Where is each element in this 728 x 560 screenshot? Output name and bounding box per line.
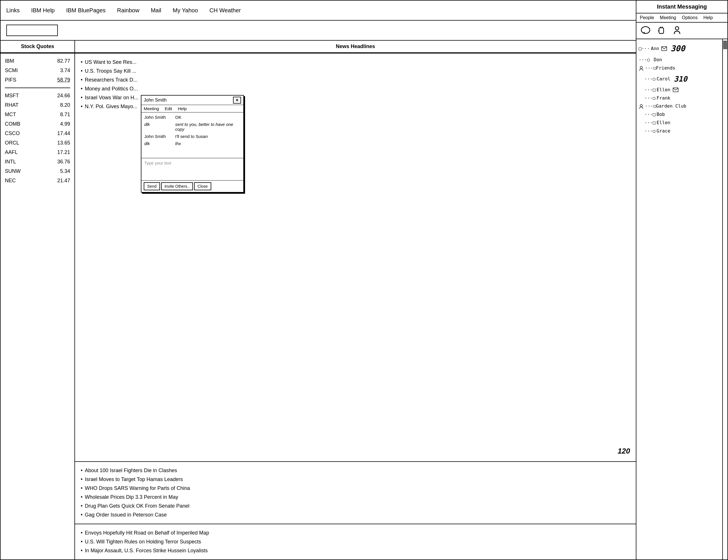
chat-invite-button[interactable]: Invite Others.. bbox=[161, 182, 193, 190]
bullet-icon: • bbox=[81, 68, 82, 74]
stock-price: 5.34 bbox=[60, 168, 70, 174]
nav-weather[interactable]: CH Weather bbox=[210, 7, 241, 14]
chat-sender: John Smith bbox=[144, 134, 173, 139]
stock-orcl: ORCL 13.65 bbox=[5, 138, 70, 148]
chat-menu-edit[interactable]: Edit bbox=[165, 106, 172, 111]
chat-close-button[interactable]: ✕ bbox=[233, 97, 241, 104]
bullet-icon: • bbox=[81, 530, 82, 536]
stock-intl: INTL 36.76 bbox=[5, 157, 70, 167]
nav-rainbow[interactable]: Rainbow bbox=[117, 7, 139, 14]
chat-send-button[interactable]: Send bbox=[144, 182, 160, 190]
chat-close-dialog-button[interactable]: Close bbox=[194, 182, 211, 190]
news-section-3: • Envoys Hopefully Hit Road on Behalf of… bbox=[75, 524, 636, 559]
tree-prefix bbox=[639, 64, 644, 72]
nav-links[interactable]: Links bbox=[6, 7, 20, 14]
contact-name: ···○Garden Club bbox=[645, 102, 686, 111]
stock-symbol: AAFL bbox=[5, 149, 18, 155]
section1-number-label: 120 bbox=[618, 447, 630, 455]
contact-ellen-1[interactable]: ···□ Ellen bbox=[639, 86, 725, 94]
stock-mct: MCT 8.71 bbox=[5, 110, 70, 119]
svg-point-10 bbox=[640, 105, 642, 107]
news-text: Gag Order Issued in Peterson Case bbox=[85, 512, 167, 518]
bullet-icon: • bbox=[81, 476, 82, 482]
speech-bubble-icon[interactable] bbox=[640, 25, 651, 36]
news-item-s2-3: • WHO Drops SARS Warning for Parts of Ch… bbox=[81, 484, 630, 493]
im-panel: Instant Messaging People Meeting Options… bbox=[636, 0, 728, 560]
nav-ibm-help[interactable]: IBM Help bbox=[31, 7, 55, 14]
contact-group-friends[interactable]: ···○Friends bbox=[639, 64, 725, 72]
news-text: Drug Plan Gets Quick OK From Senate Pane… bbox=[85, 503, 189, 509]
news-item-s2-4: • Wholesale Prices Dip 3.3 Percent in Ma… bbox=[81, 493, 630, 502]
stock-price: 58.79 bbox=[57, 77, 70, 83]
chat-message-3: John Smith I'll send to Susan bbox=[144, 134, 240, 139]
stock-symbol: MCT bbox=[5, 112, 16, 118]
stock-price: 8.71 bbox=[60, 112, 70, 118]
chat-sender: John Smith bbox=[144, 115, 173, 120]
im-menu-meeting[interactable]: Meeting bbox=[660, 15, 676, 20]
news-item-1: • US Want to See Res... bbox=[81, 58, 630, 67]
contact-name: Ellen bbox=[657, 86, 670, 94]
news-text: Money and Politics O... bbox=[85, 86, 138, 92]
news-item-s2-1: • About 100 Israel Fighters Die in Clash… bbox=[81, 466, 630, 475]
chat-text-input[interactable] bbox=[144, 167, 240, 178]
news-item-s2-2: • Israel Moves to Target Top Hamas Leade… bbox=[81, 475, 630, 484]
stock-list: IBM 82.77 SCMI 3.74 PIFS 58.79 bbox=[1, 54, 74, 559]
contact-frank[interactable]: ···○ Frank bbox=[639, 94, 725, 103]
im-scrollbar[interactable] bbox=[722, 39, 727, 559]
stock-price: 17.44 bbox=[57, 131, 70, 137]
stock-aafl: AAFL 17.21 bbox=[5, 148, 70, 157]
chat-text: thx bbox=[175, 141, 240, 146]
chat-messages: John Smith OK dlk sent to you, better to… bbox=[141, 113, 243, 158]
contact-name: Carol bbox=[657, 75, 670, 83]
contact-grace[interactable]: ···○ Grace bbox=[639, 127, 725, 135]
chat-message-1: John Smith OK bbox=[144, 115, 240, 120]
contact-name: Ellen bbox=[657, 119, 670, 127]
news-text: Israel Vows War on H... bbox=[85, 95, 138, 101]
chat-sender: dlk bbox=[144, 141, 173, 146]
nav-mail[interactable]: Mail bbox=[151, 7, 161, 14]
im-menu-options[interactable]: Options bbox=[682, 15, 698, 20]
im-menu-people[interactable]: People bbox=[640, 15, 654, 20]
bullet-icon: • bbox=[81, 512, 82, 518]
person-icon[interactable] bbox=[671, 25, 683, 36]
contact-bob[interactable]: ···□ Bob bbox=[639, 111, 725, 119]
news-item-s3-3: • In Major Assault, U.S. Forces Strike H… bbox=[81, 546, 630, 555]
stock-symbol: IBM bbox=[5, 58, 14, 64]
nav-ibm-bluepages[interactable]: IBM BluePages bbox=[66, 7, 106, 14]
hand-icon[interactable] bbox=[656, 25, 667, 36]
news-item-2: • U.S. Troops Say Kill ... bbox=[81, 67, 630, 76]
news-text: Wholesale Prices Dip 3.3 Percent in May bbox=[85, 494, 178, 500]
im-menu: People Meeting Options Help bbox=[636, 13, 727, 23]
news-headlines-header: News Headlines bbox=[75, 41, 636, 53]
contact-ellen-2[interactable]: ···□ Ellen bbox=[639, 119, 725, 127]
bullet-icon: • bbox=[81, 539, 82, 545]
stock-price: 8.20 bbox=[60, 102, 70, 108]
contact-ann[interactable]: □··· Ann 300 bbox=[639, 42, 725, 56]
chat-menu-help[interactable]: Help bbox=[178, 106, 187, 111]
nav-yahoo[interactable]: My Yahoo bbox=[173, 7, 198, 14]
stock-symbol: MSFT bbox=[5, 93, 19, 99]
email-icon bbox=[661, 46, 667, 51]
bullet-icon: • bbox=[81, 548, 82, 554]
contact-group-garden[interactable]: ···○Garden Club bbox=[639, 102, 725, 111]
stock-symbol: NEC bbox=[5, 178, 16, 184]
contact-count-badge: 300 bbox=[670, 42, 685, 56]
stock-price: 24.66 bbox=[57, 93, 70, 99]
im-menu-help[interactable]: Help bbox=[703, 15, 713, 20]
contact-don[interactable]: ···○ Don bbox=[639, 56, 725, 64]
chat-sender: dlk bbox=[144, 122, 173, 132]
tree-prefix: ···○ bbox=[644, 127, 656, 135]
svg-point-8 bbox=[640, 66, 642, 69]
contact-carol[interactable]: ···○ Carol 310 bbox=[639, 72, 725, 86]
news-section-2: • About 100 Israel Fighters Die in Clash… bbox=[75, 462, 636, 524]
search-input[interactable] bbox=[6, 25, 58, 36]
chat-menu-meeting[interactable]: Meeting bbox=[144, 106, 159, 111]
chat-menu-bar: Meeting Edit Help bbox=[141, 105, 243, 113]
tree-prefix: ···○ bbox=[639, 56, 650, 64]
im-title: Instant Messaging bbox=[636, 1, 727, 13]
bullet-icon: • bbox=[81, 59, 82, 65]
contact-name: Frank bbox=[657, 94, 670, 103]
bullet-icon: • bbox=[81, 95, 82, 101]
stock-symbol: RHAT bbox=[5, 102, 19, 108]
carol-badge: 310 bbox=[674, 72, 687, 86]
